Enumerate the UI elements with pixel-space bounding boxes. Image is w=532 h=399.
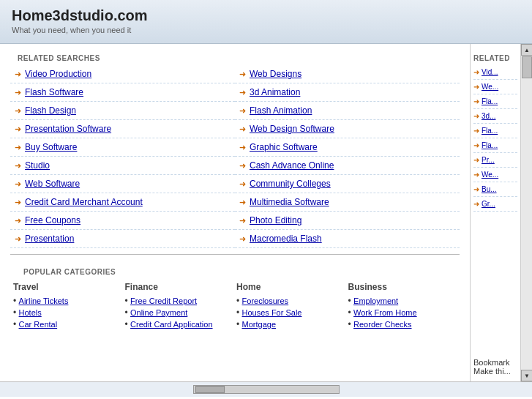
list-item: ➜ We... xyxy=(473,80,517,94)
make-this-link[interactable]: Make thi... xyxy=(473,367,511,376)
search-link-presentation[interactable]: Presentation xyxy=(25,234,74,244)
sidebar-link-5[interactable]: Fla... xyxy=(482,127,498,135)
list-item: Work From Home xyxy=(348,307,457,318)
bottom-bar xyxy=(0,381,532,397)
arrow-icon: ➜ xyxy=(15,216,21,225)
cat-link-employment[interactable]: Employment xyxy=(353,297,398,305)
search-link-cash-advance[interactable]: Cash Advance Online xyxy=(250,160,334,171)
popular-categories: POPULAR CATEGORIES Travel Airline Ticket… xyxy=(7,261,462,336)
scroll-track[interactable] xyxy=(521,56,532,370)
list-item: ➜ Gr... xyxy=(473,197,517,212)
arrow-icon: ➜ xyxy=(239,124,246,134)
list-item: Credit Card Application xyxy=(125,318,234,330)
arrow-icon: ➜ xyxy=(239,106,246,116)
list-item: ➜ Community Colleges xyxy=(235,175,460,193)
cat-link-car-rental[interactable]: Car Rental xyxy=(19,320,58,329)
search-link-flash-software[interactable]: Flash Software xyxy=(25,87,83,97)
scrollbar-vertical[interactable]: ▲ ▼ xyxy=(520,44,532,381)
list-item: Mortgage xyxy=(236,318,345,330)
arrow-icon: ➜ xyxy=(239,143,246,152)
search-link-multimedia-software[interactable]: Multimedia Software xyxy=(250,197,329,207)
scroll-down-button[interactable]: ▼ xyxy=(521,370,532,381)
site-title: Home3dstudio.com xyxy=(12,7,520,24)
center-content: RELATED SEARCHES ➜ Video Production ➜ Fl… xyxy=(0,44,471,381)
list-item: ➜ Flash Software xyxy=(10,83,235,102)
sidebar-link-1[interactable]: Vid... xyxy=(482,68,498,76)
cat-link-work-from-home[interactable]: Work From Home xyxy=(353,308,417,317)
search-link-flash-design[interactable]: Flash Design xyxy=(25,105,76,116)
search-link-studio[interactable]: Studio xyxy=(25,160,50,171)
list-item: Free Credit Report xyxy=(125,295,234,307)
sidebar-link-2[interactable]: We... xyxy=(482,83,498,91)
sidebar-link-10[interactable]: Gr... xyxy=(482,200,495,208)
header: Home3dstudio.com What you need, when you… xyxy=(0,0,532,44)
cat-link-hotels[interactable]: Hotels xyxy=(19,308,42,317)
cat-link-houses-for-sale[interactable]: Houses For Sale xyxy=(242,308,302,317)
right-sidebar: RELATED ➜ Vid... ➜ We... ➜ Fla... ➜ 3d..… xyxy=(471,44,520,381)
arrow-icon: ➜ xyxy=(15,161,21,171)
search-link-macromedia-flash[interactable]: Macromedia Flash xyxy=(250,234,322,244)
arrow-icon: ➜ xyxy=(15,179,21,189)
arrow-icon: ➜ xyxy=(239,161,246,171)
list-item: ➜ Fla... xyxy=(473,94,517,109)
sidebar-link-9[interactable]: Bu... xyxy=(482,185,497,193)
scroll-up-button[interactable]: ▲ xyxy=(521,44,532,56)
category-business-heading: Business xyxy=(348,282,457,292)
cat-link-airline-tickets[interactable]: Airline Tickets xyxy=(19,297,69,305)
list-item: ➜ Video Production xyxy=(10,65,235,83)
scroll-thumb[interactable] xyxy=(522,56,532,78)
related-searches: ➜ Video Production ➜ Flash Software ➜ Fl… xyxy=(7,65,462,248)
list-item: Reorder Checks xyxy=(348,318,457,330)
list-item: ➜ Free Coupons xyxy=(10,212,235,230)
category-business: Business Employment Work From Home Reord… xyxy=(348,282,457,330)
cat-link-mortgage[interactable]: Mortgage xyxy=(242,320,276,329)
search-link-photo-editing[interactable]: Photo Editing xyxy=(250,215,301,225)
list-item: ➜ We... xyxy=(473,168,517,182)
cat-link-free-credit-report[interactable]: Free Credit Report xyxy=(130,297,197,305)
search-link-community-colleges[interactable]: Community Colleges xyxy=(250,179,331,189)
related-searches-label: RELATED SEARCHES xyxy=(7,50,462,65)
sidebar-link-3[interactable]: Fla... xyxy=(482,97,498,105)
arrow-icon: ➜ xyxy=(15,70,21,79)
category-travel-heading: Travel xyxy=(13,282,122,292)
list-item: ➜ 3d Animation xyxy=(235,83,460,102)
list-item: ➜ Credit Card Merchant Account xyxy=(10,193,235,212)
search-link-flash-animation[interactable]: Flash Animation xyxy=(250,105,312,116)
search-link-free-coupons[interactable]: Free Coupons xyxy=(25,215,80,225)
arrow-icon: ➜ xyxy=(15,143,21,152)
search-link-web-software[interactable]: Web Software xyxy=(25,179,80,189)
list-item: ➜ Presentation xyxy=(10,230,235,248)
category-home-heading: Home xyxy=(236,282,345,292)
sidebar-link-4[interactable]: 3d... xyxy=(482,112,495,120)
cat-link-foreclosures[interactable]: Foreclosures xyxy=(242,297,289,305)
arrow-icon: ➜ xyxy=(473,68,479,76)
sidebar-link-6[interactable]: Fla... xyxy=(482,141,498,149)
arrow-icon: ➜ xyxy=(473,171,479,179)
list-item: Online Payment xyxy=(125,307,234,318)
arrow-icon: ➜ xyxy=(473,112,479,120)
search-link-credit-card-merchant[interactable]: Credit Card Merchant Account xyxy=(25,197,143,207)
search-link-3d-animation[interactable]: 3d Animation xyxy=(250,87,300,97)
search-link-graphic-software[interactable]: Graphic Software xyxy=(250,142,318,152)
arrow-icon: ➜ xyxy=(239,216,246,225)
arrow-icon: ➜ xyxy=(239,179,246,189)
search-link-web-design-software[interactable]: Web Design Software xyxy=(250,124,334,134)
search-link-video-production[interactable]: Video Production xyxy=(25,69,91,79)
search-link-presentation-software[interactable]: Presentation Software xyxy=(25,124,111,134)
cat-link-reorder-checks[interactable]: Reorder Checks xyxy=(353,320,411,329)
bookmark-link[interactable]: Bookmark xyxy=(473,358,510,367)
search-link-web-designs[interactable]: Web Designs xyxy=(250,69,301,79)
search-link-buy-software[interactable]: Buy Software xyxy=(25,142,77,152)
list-item: ➜ Web Designs xyxy=(235,65,460,83)
cat-link-credit-card-app[interactable]: Credit Card Application xyxy=(130,320,213,329)
sidebar-link-7[interactable]: Pr... xyxy=(482,156,495,164)
category-travel: Travel Airline Tickets Hotels Car Rental xyxy=(13,282,122,330)
arrow-icon: ➜ xyxy=(473,97,479,105)
cat-link-online-payment[interactable]: Online Payment xyxy=(130,308,187,317)
scrollbar-h-thumb[interactable] xyxy=(195,386,225,393)
list-item: ➜ Web Software xyxy=(10,175,235,193)
list-item: ➜ Graphic Software xyxy=(235,138,460,157)
scrollbar-horizontal[interactable] xyxy=(193,385,340,394)
searches-right-col: ➜ Web Designs ➜ 3d Animation ➜ Flash Ani… xyxy=(235,65,460,248)
sidebar-link-8[interactable]: We... xyxy=(482,171,498,179)
